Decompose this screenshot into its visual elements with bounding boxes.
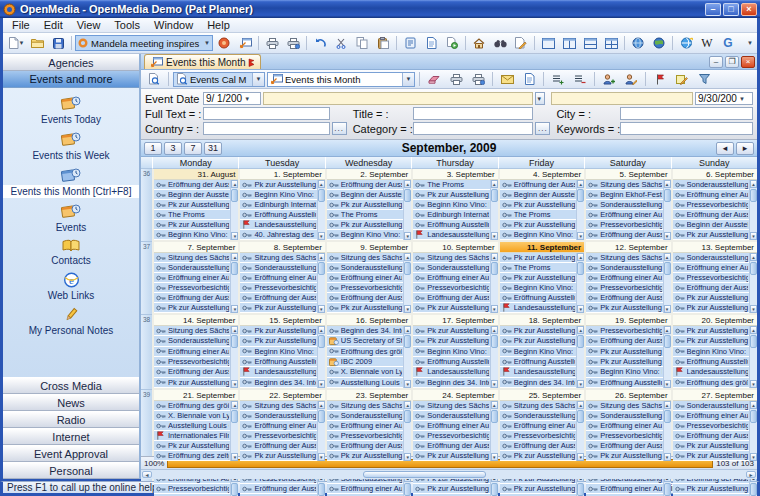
event-item[interactable]: Pressevorbesichtigung de (586, 326, 662, 336)
scrollbar-thumb[interactable] (231, 483, 238, 496)
scroll-up-icon[interactable]: ▲ (231, 180, 238, 188)
event-item[interactable]: Sonderausstellung «Wer (586, 200, 662, 210)
event-item[interactable]: Beginn der Ausstellung « (154, 190, 230, 200)
open-in-window-button[interactable] (235, 34, 255, 52)
cell-scrollbar[interactable]: ▲▼ (317, 401, 325, 461)
cell-scrollbar[interactable]: ▲▼ (663, 401, 671, 461)
sidebar-group-news[interactable]: News (3, 394, 139, 411)
event-item[interactable]: Pressevorbesichtigung de (586, 220, 662, 230)
edit-button[interactable] (511, 34, 531, 52)
event-item[interactable]: Sitzung des Sächsischen (327, 253, 403, 263)
event-item[interactable]: Eröffnung einer Ausstellu (586, 421, 662, 431)
category-browse-button[interactable]: ... (535, 122, 550, 135)
event-item[interactable]: Sitzung des Sächsischen (327, 401, 403, 411)
event-item[interactable]: Landesausstellung Sachs (240, 220, 316, 230)
sidebar-group-personal[interactable]: Personal (3, 462, 139, 479)
scrollbar-thumb[interactable] (577, 189, 584, 202)
event-item[interactable]: Eröffnung Ausstellung «d (586, 378, 662, 388)
scrollbar-thumb[interactable] (318, 335, 325, 348)
event-item[interactable]: Sitzung des Sächsischen (586, 180, 662, 190)
scrollbar-thumb[interactable] (750, 262, 757, 275)
menu-view[interactable]: View (70, 19, 108, 31)
cell-scrollbar[interactable]: ▲▼ (663, 180, 671, 240)
scroll-up-icon[interactable]: ▲ (577, 401, 584, 409)
cell-scrollbar[interactable]: ▲▼ (663, 326, 671, 388)
print-button[interactable] (262, 34, 282, 52)
event-item[interactable]: Eröffnung des größten W (673, 378, 749, 388)
next-month-button[interactable]: ▸ (736, 142, 754, 155)
event-item[interactable]: Eröffnung des größten W (154, 401, 230, 411)
scroll-down-icon[interactable]: ▼ (491, 453, 498, 461)
scrollbar-thumb[interactable] (664, 262, 671, 275)
event-item[interactable]: Pk zur Ausstellung «Mod (500, 220, 576, 230)
cell-scrollbar[interactable]: ▲▼ (230, 326, 238, 388)
scrollbar-thumb[interactable] (231, 335, 238, 348)
event-item[interactable]: Internationales Filmfestiv (154, 431, 230, 441)
scroll-down-icon[interactable]: ▼ (404, 232, 411, 240)
day-cell-20-september[interactable]: 20. SeptemberPk zur Ausstellung «HerlPk … (671, 315, 757, 390)
event-item[interactable]: Beginn der Ausstellung « (500, 190, 576, 200)
event-item[interactable]: Eröffnung der Ausstellun (586, 293, 662, 303)
event-item[interactable]: 40. Jahrestag des Staats (240, 230, 316, 240)
cell-scrollbar[interactable]: ▲▼ (230, 180, 238, 240)
sidebar-group-radio[interactable]: Radio (3, 411, 139, 428)
scroll-up-icon[interactable]: ▲ (318, 180, 325, 188)
event-item[interactable]: Pk zur Ausstellung «Herl (673, 441, 749, 451)
scrollbar-thumb[interactable] (231, 410, 238, 423)
event-item[interactable]: Sonderausstellung «Wer (500, 411, 576, 421)
event-item[interactable]: Eröffnung der Ausstellun (240, 293, 316, 303)
scrollbar-thumb[interactable] (664, 410, 671, 423)
cell-scrollbar[interactable]: ▲▼ (403, 326, 411, 388)
scroll-up-icon[interactable]: ▲ (491, 253, 498, 261)
event-item[interactable]: Pk zur Ausstellung «Mod (500, 273, 576, 283)
event-item[interactable]: Eröffnung Ausstellung « (673, 357, 749, 367)
event-item[interactable]: IBC 2009 (327, 357, 403, 367)
day-cell-26-september[interactable]: 26. SeptemberSitzung des SächsischenSond… (584, 390, 670, 463)
day-cell-22-september[interactable]: 22. SeptemberSitzung des SächsischenSond… (238, 390, 324, 463)
scrollbar-thumb[interactable] (664, 335, 671, 348)
sidebar-group-event-approval[interactable]: Event Approval (3, 445, 139, 462)
sidebar-item-contacts[interactable]: Contacts (3, 237, 139, 270)
panel-restore-button[interactable]: ❐ (725, 56, 739, 68)
event-item[interactable]: Beginn Kino Vino: Filmve (240, 190, 316, 200)
event-item[interactable]: Edinburgh International F (240, 200, 316, 210)
event-item[interactable]: Sonderausstellung «Wer (673, 401, 749, 411)
day-cell-14-september[interactable]: 14. SeptemberSitzung des SächsischenSond… (152, 315, 238, 390)
event-item[interactable]: Beginn Kino Vino: Filmve (500, 347, 576, 357)
day-cell-2-september[interactable]: 2. SeptemberEröffnung der AusstellunBegi… (325, 169, 411, 242)
day-cell-13-september[interactable]: 13. SeptemberSonderausstellung «WerEröff… (671, 242, 757, 315)
category-input[interactable] (413, 122, 534, 135)
scroll-up-icon[interactable]: ▲ (750, 180, 757, 188)
open-button[interactable] (27, 34, 47, 52)
filter-button[interactable] (694, 70, 714, 88)
event-item[interactable]: Eröffnung einer Ausstellu (586, 273, 662, 283)
event-item[interactable]: Sitzung des Sächsischen (586, 253, 662, 263)
scrollbar-thumb[interactable] (404, 410, 411, 423)
event-item[interactable]: Pk zur Ausstellung «Mod (154, 220, 230, 230)
event-item[interactable]: Landesausstellung Sachs (673, 367, 749, 377)
profile-combobox[interactable]: Events Cal M▼ (173, 72, 265, 87)
event-item[interactable]: Beginn des 34. Internatio (413, 378, 489, 388)
event-item[interactable]: Eröffnung Ausstellung «d (413, 357, 489, 367)
scroll-up-icon[interactable]: ▲ (577, 180, 584, 188)
event-item[interactable]: Eröffnung einer Ausstellu (500, 421, 576, 431)
event-item[interactable]: Eröffnung einer Ausstellu (413, 421, 489, 431)
event-item[interactable]: Beginn des 34. Internatio (327, 326, 403, 336)
scroll-up-icon[interactable]: ▲ (318, 253, 325, 261)
day-cell-21-september[interactable]: 21. SeptemberEröffnung des größten WX. B… (152, 390, 238, 463)
scroll-down-icon[interactable]: ▼ (231, 380, 238, 388)
sidebar-item-web-links[interactable]: eWeb Links (3, 270, 139, 305)
event-item[interactable]: Eröffnung der Ausstellun (586, 441, 662, 451)
cell-scrollbar[interactable]: ▲▼ (749, 253, 757, 313)
scroll-up-icon[interactable]: ▲ (231, 326, 238, 334)
scrollbar-thumb[interactable] (231, 189, 238, 202)
layout-vertical-button[interactable] (559, 34, 579, 52)
event-item[interactable]: Pk zur Ausstellung «Mod (500, 336, 576, 346)
day-cell-25-september[interactable]: 25. SeptemberSitzung des SächsischenSond… (498, 390, 584, 463)
event-item[interactable]: Sitzung des Sächsischen (413, 253, 489, 263)
scroll-down-icon[interactable]: ▼ (664, 380, 671, 388)
event-item[interactable]: Pressevorbesichtigung de (586, 283, 662, 293)
cell-scrollbar[interactable]: ▲▼ (576, 180, 584, 240)
event-item[interactable]: Eröffnung der Ausstellun (673, 431, 749, 441)
scrollbar-thumb[interactable] (750, 483, 757, 496)
